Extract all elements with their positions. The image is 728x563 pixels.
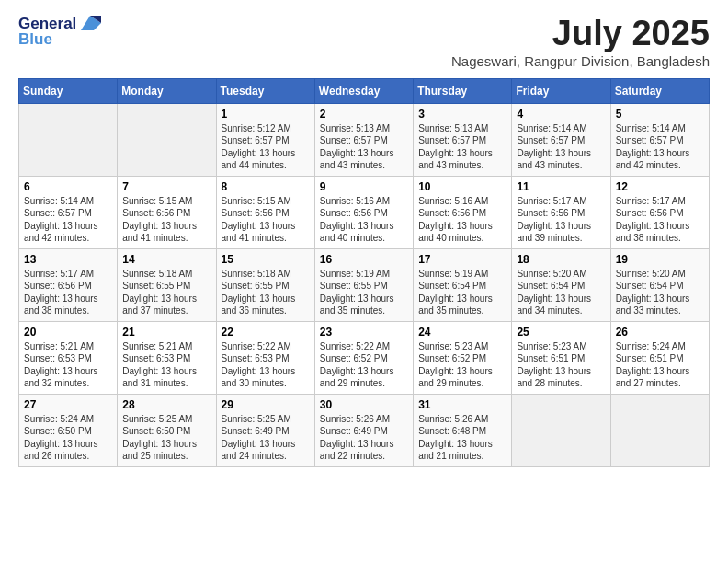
month-title: July 2025: [451, 15, 710, 53]
day-cell: 11Sunrise: 5:17 AMSunset: 6:56 PMDayligh…: [512, 176, 610, 248]
day-cell: 27Sunrise: 5:24 AMSunset: 6:50 PMDayligh…: [19, 394, 118, 466]
day-info: Sunrise: 5:22 AMSunset: 6:53 PMDaylight:…: [222, 340, 310, 390]
day-number: 1: [222, 108, 310, 121]
day-cell: 2Sunrise: 5:13 AMSunset: 6:57 PMDaylight…: [314, 103, 413, 176]
day-info: Sunrise: 5:19 AMSunset: 6:54 PMDaylight:…: [418, 268, 506, 317]
day-info: Sunrise: 5:19 AMSunset: 6:55 PMDaylight:…: [320, 268, 408, 317]
day-info: Sunrise: 5:17 AMSunset: 6:56 PMDaylight:…: [517, 195, 605, 245]
day-cell: 9Sunrise: 5:16 AMSunset: 6:56 PMDaylight…: [314, 176, 413, 248]
day-cell: 24Sunrise: 5:23 AMSunset: 6:52 PMDayligh…: [414, 321, 512, 394]
day-number: 31: [418, 398, 506, 411]
col-monday: Monday: [118, 78, 216, 103]
day-cell: 23Sunrise: 5:22 AMSunset: 6:52 PMDayligh…: [314, 321, 413, 394]
week-row-2: 13Sunrise: 5:17 AMSunset: 6:56 PMDayligh…: [19, 248, 710, 321]
day-number: 17: [418, 253, 506, 266]
day-info: Sunrise: 5:20 AMSunset: 6:54 PMDaylight:…: [616, 268, 704, 317]
week-row-0: 1Sunrise: 5:12 AMSunset: 6:57 PMDaylight…: [19, 103, 710, 176]
day-info: Sunrise: 5:22 AMSunset: 6:52 PMDaylight:…: [320, 340, 408, 390]
day-number: 2: [320, 108, 408, 121]
day-info: Sunrise: 5:21 AMSunset: 6:53 PMDaylight:…: [122, 340, 210, 390]
day-info: Sunrise: 5:17 AMSunset: 6:56 PMDaylight:…: [24, 268, 112, 317]
col-tuesday: Tuesday: [216, 78, 314, 103]
page-header: General Blue July 2025 Nageswari, Rangpu…: [18, 15, 710, 69]
col-friday: Friday: [512, 78, 610, 103]
day-cell: [118, 103, 216, 176]
day-info: Sunrise: 5:26 AMSunset: 6:48 PMDaylight:…: [418, 413, 506, 463]
week-row-4: 27Sunrise: 5:24 AMSunset: 6:50 PMDayligh…: [19, 394, 710, 466]
col-sunday: Sunday: [19, 78, 118, 103]
calendar-table: Sunday Monday Tuesday Wednesday Thursday…: [18, 78, 710, 467]
day-info: Sunrise: 5:18 AMSunset: 6:55 PMDaylight:…: [222, 268, 310, 317]
col-wednesday: Wednesday: [314, 78, 413, 103]
day-cell: 4Sunrise: 5:14 AMSunset: 6:57 PMDaylight…: [512, 103, 610, 176]
day-number: 3: [418, 108, 506, 121]
day-cell: 28Sunrise: 5:25 AMSunset: 6:50 PMDayligh…: [118, 394, 216, 466]
day-cell: 10Sunrise: 5:16 AMSunset: 6:56 PMDayligh…: [414, 176, 512, 248]
logo-icon: [81, 16, 101, 30]
day-number: 19: [616, 253, 704, 266]
day-number: 5: [616, 108, 704, 121]
week-row-3: 20Sunrise: 5:21 AMSunset: 6:53 PMDayligh…: [19, 321, 710, 394]
day-number: 26: [616, 326, 704, 339]
day-info: Sunrise: 5:18 AMSunset: 6:55 PMDaylight:…: [122, 268, 210, 317]
day-cell: 18Sunrise: 5:20 AMSunset: 6:54 PMDayligh…: [512, 248, 610, 321]
location-subtitle: Nageswari, Rangpur Division, Bangladesh: [451, 53, 710, 69]
day-number: 8: [222, 180, 310, 193]
day-info: Sunrise: 5:14 AMSunset: 6:57 PMDaylight:…: [24, 195, 112, 245]
logo: General Blue: [18, 15, 101, 49]
day-number: 4: [517, 108, 605, 121]
day-info: Sunrise: 5:23 AMSunset: 6:52 PMDaylight:…: [418, 340, 506, 390]
day-info: Sunrise: 5:25 AMSunset: 6:50 PMDaylight:…: [122, 413, 210, 463]
day-cell: 22Sunrise: 5:22 AMSunset: 6:53 PMDayligh…: [216, 321, 314, 394]
day-cell: [610, 394, 709, 466]
day-info: Sunrise: 5:15 AMSunset: 6:56 PMDaylight:…: [122, 195, 210, 245]
day-cell: 13Sunrise: 5:17 AMSunset: 6:56 PMDayligh…: [19, 248, 118, 321]
day-number: 13: [24, 253, 112, 266]
day-number: 7: [122, 180, 210, 193]
day-cell: 15Sunrise: 5:18 AMSunset: 6:55 PMDayligh…: [216, 248, 314, 321]
day-cell: 31Sunrise: 5:26 AMSunset: 6:48 PMDayligh…: [414, 394, 512, 466]
day-number: 14: [122, 253, 210, 266]
day-cell: 29Sunrise: 5:25 AMSunset: 6:49 PMDayligh…: [216, 394, 314, 466]
day-number: 11: [517, 180, 605, 193]
day-info: Sunrise: 5:13 AMSunset: 6:57 PMDaylight:…: [418, 122, 506, 172]
day-cell: 17Sunrise: 5:19 AMSunset: 6:54 PMDayligh…: [414, 248, 512, 321]
day-number: 24: [418, 326, 506, 339]
day-number: 20: [24, 326, 112, 339]
day-info: Sunrise: 5:12 AMSunset: 6:57 PMDaylight:…: [222, 122, 310, 172]
day-cell: 8Sunrise: 5:15 AMSunset: 6:56 PMDaylight…: [216, 176, 314, 248]
day-info: Sunrise: 5:25 AMSunset: 6:49 PMDaylight:…: [222, 413, 310, 463]
day-info: Sunrise: 5:20 AMSunset: 6:54 PMDaylight:…: [517, 268, 605, 317]
day-info: Sunrise: 5:16 AMSunset: 6:56 PMDaylight:…: [320, 195, 408, 245]
day-number: 21: [122, 326, 210, 339]
day-cell: [512, 394, 610, 466]
day-info: Sunrise: 5:21 AMSunset: 6:53 PMDaylight:…: [24, 340, 112, 390]
col-saturday: Saturday: [610, 78, 709, 103]
title-area: July 2025 Nageswari, Rangpur Division, B…: [451, 15, 710, 69]
day-cell: 14Sunrise: 5:18 AMSunset: 6:55 PMDayligh…: [118, 248, 216, 321]
day-info: Sunrise: 5:17 AMSunset: 6:56 PMDaylight:…: [616, 195, 704, 245]
day-info: Sunrise: 5:15 AMSunset: 6:56 PMDaylight:…: [222, 195, 310, 245]
day-cell: 1Sunrise: 5:12 AMSunset: 6:57 PMDaylight…: [216, 103, 314, 176]
day-cell: 16Sunrise: 5:19 AMSunset: 6:55 PMDayligh…: [314, 248, 413, 321]
day-number: 30: [320, 398, 408, 411]
day-cell: 26Sunrise: 5:24 AMSunset: 6:51 PMDayligh…: [610, 321, 709, 394]
day-info: Sunrise: 5:24 AMSunset: 6:51 PMDaylight:…: [616, 340, 704, 390]
day-info: Sunrise: 5:23 AMSunset: 6:51 PMDaylight:…: [517, 340, 605, 390]
day-number: 16: [320, 253, 408, 266]
header-row: Sunday Monday Tuesday Wednesday Thursday…: [19, 78, 710, 103]
day-cell: 25Sunrise: 5:23 AMSunset: 6:51 PMDayligh…: [512, 321, 610, 394]
day-number: 28: [122, 398, 210, 411]
col-thursday: Thursday: [414, 78, 512, 103]
day-cell: 30Sunrise: 5:26 AMSunset: 6:49 PMDayligh…: [314, 394, 413, 466]
day-number: 12: [616, 180, 704, 193]
day-cell: 3Sunrise: 5:13 AMSunset: 6:57 PMDaylight…: [414, 103, 512, 176]
day-cell: 21Sunrise: 5:21 AMSunset: 6:53 PMDayligh…: [118, 321, 216, 394]
day-info: Sunrise: 5:14 AMSunset: 6:57 PMDaylight:…: [517, 122, 605, 172]
day-cell: 12Sunrise: 5:17 AMSunset: 6:56 PMDayligh…: [610, 176, 709, 248]
day-number: 10: [418, 180, 506, 193]
day-info: Sunrise: 5:14 AMSunset: 6:57 PMDaylight:…: [616, 122, 704, 172]
week-row-1: 6Sunrise: 5:14 AMSunset: 6:57 PMDaylight…: [19, 176, 710, 248]
day-info: Sunrise: 5:24 AMSunset: 6:50 PMDaylight:…: [24, 413, 112, 463]
day-number: 29: [222, 398, 310, 411]
